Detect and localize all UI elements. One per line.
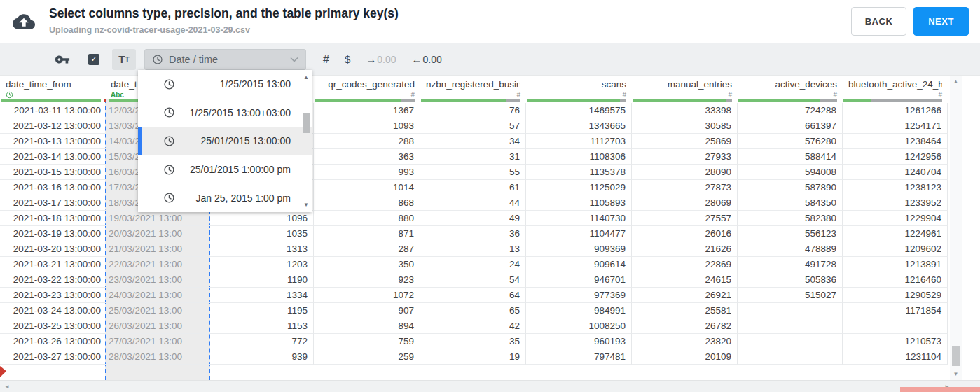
arrow-right-icon: → xyxy=(366,53,376,65)
horizontal-scrollbar[interactable]: ◄ ► xyxy=(0,380,980,392)
primary-key-icon[interactable] xyxy=(55,52,70,67)
column-header[interactable]: date_time_from xyxy=(0,76,105,99)
table-cell: 1238123 xyxy=(843,180,948,195)
column-type-number-label: # xyxy=(848,91,942,99)
table-cell: 49 xyxy=(420,211,526,226)
table-cell: 1035 xyxy=(210,226,314,241)
decrease-decimals-button[interactable]: ← 0.00 xyxy=(412,53,442,65)
date-format-option[interactable]: Jan 25, 2015 1:00 pm xyxy=(138,183,312,212)
table-cell: 894 xyxy=(314,318,420,334)
table-cell: 505836 xyxy=(738,272,843,288)
quality-bar xyxy=(0,99,105,103)
table-cell: 759 xyxy=(314,334,420,349)
column-header[interactable]: active_devices# xyxy=(738,76,843,99)
table-cell: 868 xyxy=(314,195,420,211)
vertical-scrollbar-thumb[interactable] xyxy=(952,346,960,366)
table-cell: 1469575 xyxy=(526,103,632,118)
next-button[interactable]: NEXT xyxy=(913,7,969,36)
table-cell: 1108306 xyxy=(526,149,632,164)
date-format-dropdown: 1/25/2015 13:001/25/2015 13:00+03:0025/0… xyxy=(138,70,312,212)
scroll-left-icon[interactable]: ◄ xyxy=(4,384,10,390)
back-button[interactable]: BACK xyxy=(851,7,906,36)
text-type-button[interactable]: TT xyxy=(112,49,136,70)
dropdown-scroll-down-icon[interactable]: ▼ xyxy=(303,202,309,208)
table-cell: 1112703 xyxy=(526,134,632,149)
clock-icon xyxy=(152,54,163,65)
table-cell: 1008250 xyxy=(526,318,632,334)
table-cell: 61 xyxy=(420,180,526,195)
column-header[interactable]: scans# xyxy=(526,76,632,99)
table-cell: 26921 xyxy=(632,288,738,303)
number-type-button[interactable]: # xyxy=(323,53,329,66)
table-cell: 1261266 xyxy=(843,103,948,118)
table-row: 2021-03-21 13:00:0022/03/2021 13:0012033… xyxy=(0,257,948,272)
table-cell: 54 xyxy=(420,272,526,288)
increase-decimals-button[interactable]: → 0.00 xyxy=(366,53,396,65)
table-cell: 1096 xyxy=(210,211,314,226)
table-cell xyxy=(738,318,843,334)
scroll-down-icon[interactable]: ▼ xyxy=(950,371,962,377)
table-cell: 24615 xyxy=(632,272,738,288)
table-cell: 993 xyxy=(314,164,420,180)
column-type-select[interactable]: Date / time xyxy=(144,49,306,70)
table-cell: 1213891 xyxy=(843,257,948,272)
table-cell: 1224961 xyxy=(843,226,948,241)
column-type-number-label: # xyxy=(532,91,626,99)
table-cell: 584350 xyxy=(738,195,843,211)
include-column-checkbox[interactable]: ✓ xyxy=(88,54,99,65)
table-cell: 1190 xyxy=(210,272,314,288)
quality-bar xyxy=(314,99,420,103)
currency-type-button[interactable]: $ xyxy=(345,53,350,65)
column-name: qr_codes_generated xyxy=(319,79,415,90)
scroll-up-icon[interactable]: ▲ xyxy=(950,78,962,85)
table-cell: 1343665 xyxy=(526,118,632,134)
table-cell: 2021-03-22 13:00:00 xyxy=(0,272,105,288)
dropdown-scrollbar-thumb[interactable] xyxy=(303,113,310,133)
table-cell: 28/03/2021 13:00 xyxy=(105,349,210,365)
clock-icon xyxy=(163,192,175,204)
table-cell: 923 xyxy=(314,272,420,288)
date-format-option[interactable]: 25/01/2015 13:00:00 xyxy=(138,127,312,155)
column-header[interactable]: qr_codes_generated# xyxy=(314,76,420,99)
table-cell: 2021-03-26 13:00:00 xyxy=(0,334,105,349)
dropdown-scroll-up-icon[interactable]: ▲ xyxy=(303,74,309,80)
table-cell: 2021-03-16 13:00:00 xyxy=(0,180,105,195)
date-format-option[interactable]: 25/01/2015 1:00:00 pm xyxy=(138,155,312,184)
table-cell: 65 xyxy=(420,303,526,318)
date-format-option[interactable]: 1/25/2015 13:00 xyxy=(138,70,312,99)
chevron-down-icon xyxy=(290,57,298,62)
table-cell: 1231104 xyxy=(843,349,948,365)
table-cell: 22869 xyxy=(632,257,738,272)
column-header[interactable]: bluetooth_active_24_hr_# xyxy=(843,76,948,99)
table-row: 2021-03-23 13:00:0024/03/2021 13:0013341… xyxy=(0,288,948,303)
table-cell: 1367 xyxy=(314,103,420,118)
table-cell: 797481 xyxy=(526,349,632,365)
table-cell: 28090 xyxy=(632,164,738,180)
column-header[interactable]: nzbn_registered_busine# xyxy=(420,76,526,99)
table-cell: 1210573 xyxy=(843,334,948,349)
table-cell: 22/03/2021 13:00 xyxy=(105,257,210,272)
table-cell: 491728 xyxy=(738,257,843,272)
table-cell: 2021-03-25 13:00:00 xyxy=(0,318,105,334)
table-cell: 20/03/2021 13:00 xyxy=(105,226,210,241)
vertical-scrollbar[interactable]: ▲ ▼ xyxy=(950,76,962,380)
page-title: Select columns type, precision, and the … xyxy=(49,6,399,21)
table-cell: 661397 xyxy=(738,118,843,134)
table-cell: 2021-03-23 13:00:00 xyxy=(0,288,105,303)
column-header[interactable]: manual_entries# xyxy=(632,76,738,99)
table-cell: 1104477 xyxy=(526,226,632,241)
table-cell: 1229904 xyxy=(843,211,948,226)
column-type-clock-icon xyxy=(6,91,101,99)
table-cell xyxy=(738,334,843,349)
table-cell: 25/03/2021 13:00 xyxy=(105,303,210,318)
table-cell: 21626 xyxy=(632,241,738,257)
date-format-option[interactable]: 1/25/2015 13:00+03:00 xyxy=(138,99,312,127)
table-cell: 576280 xyxy=(738,134,843,149)
table-cell: 26016 xyxy=(632,226,738,241)
table-row: 2021-03-24 13:00:0025/03/2021 13:0011959… xyxy=(0,303,948,318)
table-cell: 44 xyxy=(420,195,526,211)
clock-icon xyxy=(163,164,175,176)
table-cell: 2021-03-15 13:00:00 xyxy=(0,164,105,180)
table-cell: 64 xyxy=(420,288,526,303)
upload-wizard-window: Select columns type, precision, and the … xyxy=(0,0,980,392)
